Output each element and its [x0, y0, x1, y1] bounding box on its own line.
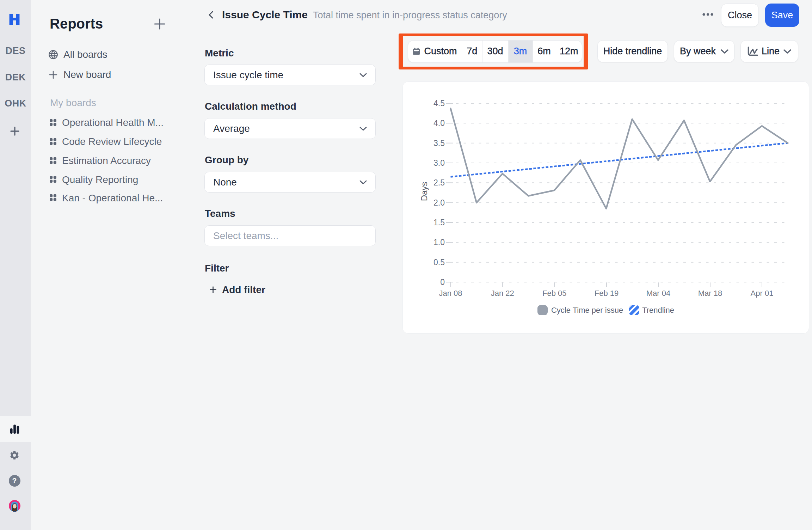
svg-text:1.0: 1.0 — [433, 238, 445, 247]
svg-text:4.0: 4.0 — [433, 118, 445, 128]
svg-text:2.0: 2.0 — [433, 198, 445, 207]
svg-text:1.5: 1.5 — [433, 218, 445, 227]
svg-text:3.5: 3.5 — [433, 139, 445, 148]
svg-text:Mar 04: Mar 04 — [646, 289, 670, 298]
svg-text:Feb 05: Feb 05 — [542, 289, 567, 298]
svg-text:Jan 22: Jan 22 — [491, 289, 514, 298]
svg-text:Mar 18: Mar 18 — [698, 289, 722, 298]
svg-text:0.5: 0.5 — [433, 258, 445, 267]
svg-text:Jan 08: Jan 08 — [439, 289, 462, 298]
svg-text:2.5: 2.5 — [433, 178, 445, 187]
svg-text:Days: Days — [419, 182, 429, 201]
svg-text:4.5: 4.5 — [433, 99, 445, 108]
svg-text:Feb 19: Feb 19 — [595, 289, 619, 298]
svg-text:Apr 01: Apr 01 — [751, 289, 774, 298]
svg-text:3.0: 3.0 — [433, 158, 445, 167]
svg-text:0: 0 — [440, 278, 445, 287]
